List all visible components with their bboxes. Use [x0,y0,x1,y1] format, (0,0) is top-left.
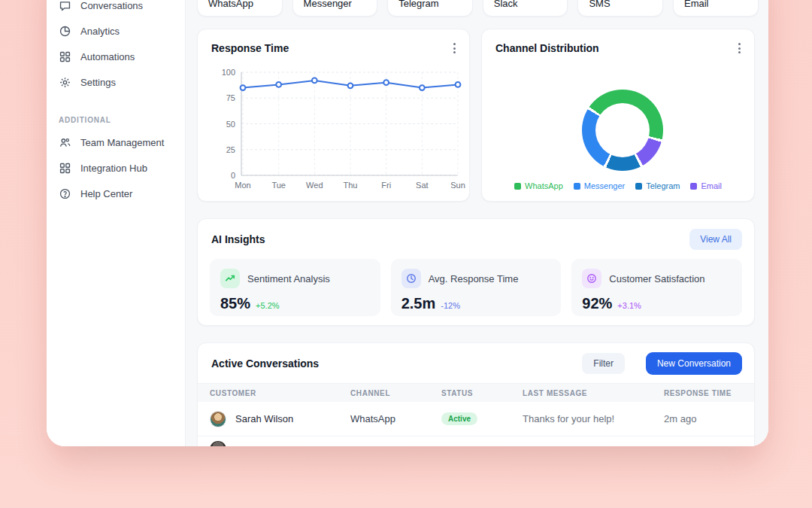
channel-distribution-title: Channel Distribution [495,42,599,54]
grid-icon [59,162,71,175]
sidebar-additional-nav: Team ManagementIntegration HubHelp Cente… [47,129,185,206]
sidebar-main-nav: ConversationsAnalyticsAutomationsSetting… [47,0,185,95]
svg-text:75: 75 [226,93,235,102]
app-window: ConversationsAnalyticsAutomationsSetting… [47,0,768,446]
ai-insights-card: AI Insights View All Sentiment Analysis … [197,218,755,326]
sidebar-item-label: Automations [80,51,135,62]
active-conversations-title: Active Conversations [211,357,319,370]
svg-text:50: 50 [226,120,235,129]
insight-delta: +5.2% [256,301,280,310]
main-content: WhatsAppMessengerTelegramSlackSMSEmail R… [186,0,768,446]
insight-label: Sentiment Analysis [247,273,330,284]
sidebar-item-integration-hub[interactable]: Integration Hub [47,155,185,181]
help-icon [59,187,71,200]
channel-card-label: SMS [589,0,610,9]
channel-card-label: Telegram [398,0,438,9]
channel-card-label: Email [684,0,709,9]
channel-card-sms[interactable]: SMS [577,0,663,17]
customer-name: Sarah Wilson [235,413,293,424]
insight-card-customer-satisfaction: Customer Satisfaction 92% +3.1% [571,259,742,316]
svg-text:Thu: Thu [344,181,358,190]
channel-card-telegram[interactable]: Telegram [387,0,473,17]
column-header-customer: CUSTOMER [210,389,350,397]
insight-value: 92% [582,295,612,312]
channel-card-label: Slack [494,0,518,9]
trend-up-icon [220,269,240,288]
legend-swatch [514,183,521,190]
sidebar-item-label: Integration Hub [80,163,147,174]
channel-card-whatsapp[interactable]: WhatsApp [197,0,283,17]
channel-distribution-card: Channel Distribution WhatsAppMessengerTe… [481,29,755,202]
legend-label: Email [701,181,722,190]
insight-label: Customer Satisfaction [609,273,704,284]
legend-label: Telegram [646,181,680,190]
sidebar-item-analytics[interactable]: Analytics [47,18,185,44]
channel-distribution-menu-icon[interactable] [735,40,744,56]
legend-label: WhatsApp [525,181,563,190]
sidebar-item-label: Settings [80,77,116,88]
svg-text:Mon: Mon [235,181,250,190]
sidebar-item-label: Help Center [80,188,132,199]
legend-swatch [690,183,697,190]
insight-label: Avg. Response Time [429,273,519,284]
channel-card-messenger[interactable]: Messenger [292,0,378,17]
svg-text:Tue: Tue [271,181,286,190]
active-conversations-card: Active Conversations Filter New Conversa… [197,342,755,446]
sidebar-item-conversations[interactable]: Conversations [47,0,185,18]
channel-card-label: WhatsApp [208,0,253,9]
status-badge: Active [441,412,477,425]
column-header-last-message: LAST MESSAGE [523,389,664,397]
grid-icon [59,50,71,63]
ai-insights-title: AI Insights [211,233,265,245]
channel-cell: WhatsApp [350,413,441,424]
svg-text:Fri: Fri [381,181,391,190]
channel-distribution-donut [582,90,663,171]
channel-card-email[interactable]: Email [673,0,759,17]
donut-legend: WhatsAppMessengerTelegramEmail [482,181,754,190]
response-time-line-chart: 0255075100MonTueWedThuFriSatSun [198,29,471,202]
response-time-cell: 2m ago [664,413,754,424]
sidebar-section-label: ADDITIONAL [59,114,173,125]
users-icon [59,136,71,149]
column-header-channel: CHANNEL [350,389,441,397]
legend-item-email: Email [690,181,722,190]
filter-button[interactable]: Filter [582,353,625,374]
svg-text:0: 0 [231,171,235,180]
view-all-button[interactable]: View All [689,229,742,250]
insight-card-sentiment-analysis: Sentiment Analysis 85% +5.2% [210,259,380,316]
sidebar-item-label: Conversations [80,0,143,11]
svg-text:Sun: Sun [450,181,465,190]
svg-text:25: 25 [226,145,235,154]
column-header-status: STATUS [441,389,523,397]
sidebar: ConversationsAnalyticsAutomationsSetting… [47,0,186,446]
legend-item-messenger: Messenger [574,181,625,190]
insight-value: 85% [220,295,250,312]
gear-icon [59,76,71,89]
column-header-response-time: RESPONSE TIME [664,389,754,397]
insight-grid: Sentiment Analysis 85% +5.2% Avg. Respon… [210,259,742,316]
insight-delta: +3.1% [617,301,641,310]
channel-card-slack[interactable]: Slack [483,0,568,17]
sidebar-item-label: Team Management [80,137,164,148]
last-message-cell: Thanks for your help! [523,413,664,424]
insight-card-avg-response-time: Avg. Response Time 2.5m -12% [391,259,562,316]
new-conversation-button[interactable]: New Conversation [646,352,742,375]
sidebar-item-team-management[interactable]: Team Management [47,129,185,155]
insight-value: 2.5m [401,295,436,312]
legend-item-telegram: Telegram [635,181,680,190]
avatar [210,411,226,427]
svg-text:Wed: Wed [306,181,323,190]
sidebar-item-label: Analytics [80,26,120,37]
svg-text:100: 100 [222,68,235,77]
table-row[interactable]: Sarah Wilson WhatsApp Active Thanks for … [198,402,754,437]
channel-card-label: Messenger [304,0,352,9]
insight-delta: -12% [441,301,460,310]
avatar [210,441,226,446]
legend-item-whatsapp: WhatsApp [514,181,563,190]
svg-text:Sat: Sat [416,181,429,190]
sidebar-item-settings[interactable]: Settings [47,69,185,95]
legend-swatch [635,183,642,190]
clock-icon [401,269,421,288]
sidebar-item-help-center[interactable]: Help Center [47,181,185,206]
sidebar-item-automations[interactable]: Automations [47,44,185,69]
